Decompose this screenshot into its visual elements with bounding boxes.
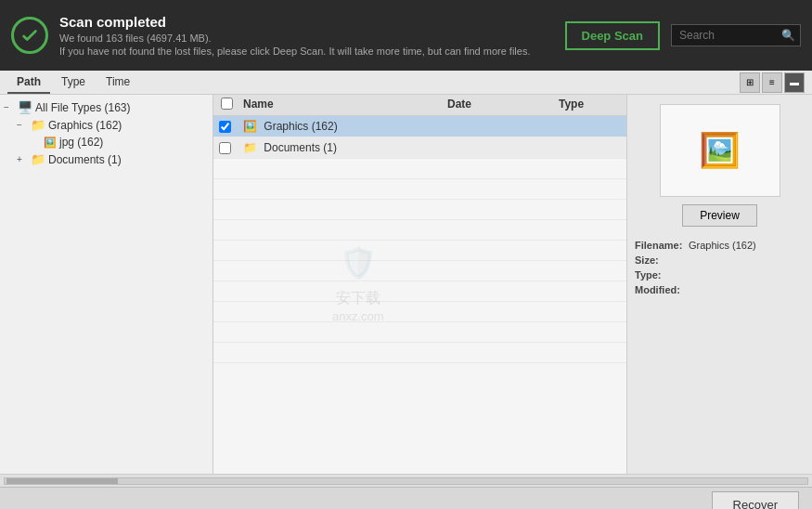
main-area: − 🖥️ All File Types (163) − 📁 Graphics (… bbox=[0, 95, 812, 474]
tree-toggle-documents: + bbox=[17, 154, 28, 164]
header: Scan completed We found 163 files (4697.… bbox=[0, 0, 812, 71]
size-label: Size: bbox=[635, 254, 689, 266]
tree-item-root[interactable]: − 🖥️ All File Types (163) bbox=[0, 98, 213, 116]
type-label: Type: bbox=[635, 269, 689, 281]
empty-row bbox=[213, 200, 626, 220]
table-row[interactable]: 📁 Documents (1) bbox=[213, 137, 626, 159]
tree-toggle-root: − bbox=[4, 102, 15, 112]
tree-toggle-graphics: − bbox=[17, 120, 28, 130]
horizontal-scrollbar-thumb[interactable] bbox=[6, 478, 118, 484]
search-input[interactable] bbox=[679, 29, 781, 42]
tab-path[interactable]: Path bbox=[7, 72, 50, 94]
tree-item-graphics[interactable]: − 📁 Graphics (162) bbox=[0, 116, 213, 134]
empty-row bbox=[213, 261, 626, 281]
filename-label: Filename: bbox=[635, 240, 689, 251]
folder-icon-graphics: 📁 bbox=[31, 118, 45, 132]
tree-item-documents[interactable]: + 📁 Documents (1) bbox=[0, 150, 213, 168]
tabs-left: Path Type Time bbox=[7, 72, 139, 94]
list-view-button[interactable]: ≡ bbox=[762, 72, 782, 93]
header-subtitle2: If you have not found the lost files, pl… bbox=[59, 46, 554, 57]
tree-toggle-jpg bbox=[30, 137, 41, 148]
modified-label: Modified: bbox=[635, 284, 689, 295]
horizontal-scrollbar-track[interactable] bbox=[4, 477, 808, 485]
row-checkbox-1[interactable] bbox=[213, 121, 236, 133]
row-checkbox-2[interactable] bbox=[213, 142, 236, 154]
empty-row bbox=[213, 302, 626, 322]
preview-image-box: 🖼️ bbox=[660, 104, 780, 197]
table-row[interactable]: 🖼️ Graphics (162) bbox=[213, 116, 626, 137]
view-controls: ⊞ ≡ ▬ bbox=[740, 72, 805, 93]
col-header-date: Date bbox=[440, 98, 551, 112]
empty-row bbox=[213, 179, 626, 200]
search-box: 🔍 bbox=[671, 24, 801, 46]
preview-panel: 🖼️ Preview Filename: Graphics (162) Size… bbox=[626, 95, 812, 474]
empty-row bbox=[213, 343, 626, 363]
tab-time[interactable]: Time bbox=[97, 72, 139, 94]
row-name-1: 🖼️ Graphics (162) bbox=[236, 120, 440, 133]
empty-row bbox=[213, 322, 626, 343]
header-title: Scan completed bbox=[59, 14, 554, 30]
empty-row bbox=[213, 159, 626, 179]
footer: Recover bbox=[0, 487, 812, 509]
folder-file-icon-1: 🖼️ bbox=[243, 120, 257, 133]
info-row-type: Type: bbox=[635, 269, 805, 281]
folder-icon-documents: 📁 bbox=[31, 152, 45, 166]
search-icon: 🔍 bbox=[781, 29, 795, 42]
info-row-modified: Modified: bbox=[635, 284, 805, 295]
preview-placeholder-icon: 🖼️ bbox=[699, 131, 741, 170]
tree-panel: − 🖥️ All File Types (163) − 📁 Graphics (… bbox=[0, 95, 213, 474]
empty-row bbox=[213, 241, 626, 261]
folder-file-icon-2: 📁 bbox=[243, 141, 257, 154]
header-text: Scan completed We found 163 files (4697.… bbox=[59, 14, 554, 57]
tree-label-graphics: Graphics (162) bbox=[48, 119, 122, 132]
col-header-check bbox=[213, 98, 236, 112]
detail-view-button[interactable]: ▬ bbox=[784, 72, 805, 93]
grid-view-button[interactable]: ⊞ bbox=[740, 72, 760, 93]
preview-button[interactable]: Preview bbox=[682, 204, 757, 227]
file-info: Filename: Graphics (162) Size: Type: Mod… bbox=[635, 240, 805, 299]
empty-row bbox=[213, 220, 626, 241]
horizontal-scrollbar-area bbox=[0, 474, 812, 487]
header-subtitle1: We found 163 files (4697.41 MB). bbox=[59, 33, 554, 44]
filename-value: Graphics (162) bbox=[689, 240, 756, 251]
tab-type[interactable]: Type bbox=[52, 72, 95, 94]
tree-label-root: All File Types (163) bbox=[35, 101, 131, 114]
select-all-checkbox[interactable] bbox=[221, 98, 233, 110]
file-list-header: Name Date Type bbox=[213, 95, 626, 116]
scan-complete-icon bbox=[11, 17, 48, 54]
row-name-2: 📁 Documents (1) bbox=[236, 141, 440, 154]
info-row-size: Size: bbox=[635, 254, 805, 266]
tree-label-documents: Documents (1) bbox=[48, 153, 122, 166]
folder-icon-root: 🖥️ bbox=[18, 100, 32, 114]
info-row-filename: Filename: Graphics (162) bbox=[635, 240, 805, 251]
col-header-type: Type bbox=[551, 98, 625, 112]
tabs-bar: Path Type Time ⊞ ≡ ▬ bbox=[0, 71, 812, 95]
recover-button[interactable]: Recover bbox=[712, 491, 799, 509]
tree-label-jpg: jpg (162) bbox=[59, 136, 103, 149]
col-header-name: Name bbox=[236, 98, 440, 112]
tree-item-jpg[interactable]: 🖼️ jpg (162) bbox=[0, 134, 213, 150]
deep-scan-button[interactable]: Deep Scan bbox=[565, 21, 660, 50]
empty-row bbox=[213, 281, 626, 302]
file-list-panel: Name Date Type 🖼️ Graphics (162) 📁 Docum… bbox=[213, 95, 626, 474]
image-icon-jpg: 🖼️ bbox=[44, 137, 57, 149]
